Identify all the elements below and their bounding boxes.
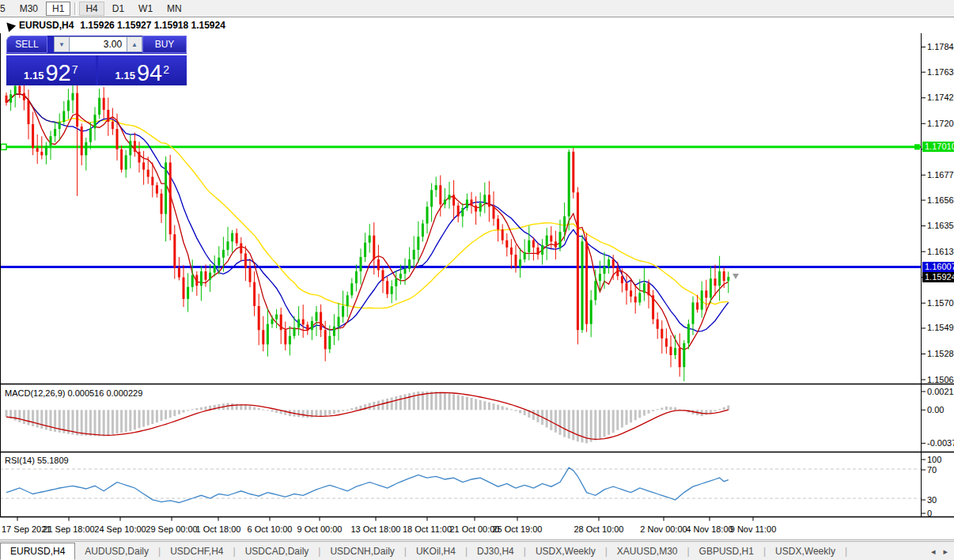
tab-separator: | — [318, 546, 320, 557]
tab-separator: | — [605, 546, 608, 557]
time-axis-label: 4 Nov 18:00 — [686, 524, 733, 534]
volume-input[interactable]: 3.00 — [70, 36, 127, 52]
buy-button[interactable]: BUY — [142, 36, 187, 53]
price-label-blue: 1.16007 — [922, 262, 954, 272]
chart-title-row: EURUSD,H4 1.15926 1.15927 1.15918 1.1592… — [0, 19, 225, 32]
time-axis-label: 9 Oct 00:00 — [297, 524, 343, 534]
rsi-tick-label: 30 — [927, 495, 937, 505]
chart-tab-gbpusd-h1[interactable]: GBPUSD,H1 — [691, 544, 762, 558]
buy-price-display[interactable]: 1.15942 — [98, 55, 187, 85]
rsi-tick-label: 70 — [927, 465, 937, 475]
tab-separator: | — [687, 546, 689, 557]
rsi-indicator-label: RSI(14) 55.1809 — [5, 456, 69, 465]
buy-price-prefix: 1.15 — [115, 70, 135, 81]
sell-price-main: 92 — [45, 62, 70, 83]
rsi-line — [6, 467, 729, 502]
sell-button[interactable]: SELL — [6, 36, 47, 53]
macd-indicator-label: MACD(12,26,9) 0.000516 0.000229 — [5, 388, 142, 398]
macd-tick-label: 0.00 — [927, 405, 944, 415]
chart-tab-usdcnh-daily[interactable]: USDCNH,Daily — [322, 544, 402, 558]
price-tick-label: 1.15705 — [927, 298, 954, 308]
sell-price-prefix: 1.15 — [24, 70, 44, 81]
tab-separator: | — [465, 546, 468, 557]
sell-price-display[interactable]: 1.15927 — [6, 55, 96, 85]
time-axis-label: 2 Nov 00:00 — [640, 524, 687, 534]
price-tick-label: 1.17420 — [927, 93, 954, 103]
ma-mid-line — [6, 94, 729, 331]
price-tick-label: 1.17635 — [927, 67, 954, 78]
chart-arrow-icon[interactable] — [3, 19, 16, 32]
price-tick-label: 1.16565 — [927, 195, 954, 206]
price-tick-label: 1.16135 — [927, 247, 954, 257]
ma-slow-line — [6, 94, 729, 308]
tab-separator: | — [233, 546, 236, 557]
one-click-trade-panel: SELL ▼ 3.00 ▲ BUY 1.15927 1.15942 — [6, 36, 187, 85]
time-axis-label: 25 Oct 19:00 — [493, 524, 543, 534]
panel-borders — [0, 33, 954, 540]
buy-price-pip: 2 — [163, 63, 169, 76]
chart-tab-usdx-weekly[interactable]: USDX,Weekly — [767, 544, 843, 558]
price-tick-label: 1.17845 — [927, 42, 954, 52]
buy-price-main: 94 — [137, 62, 162, 83]
macd-layer — [6, 392, 730, 443]
tab-separator: | — [845, 546, 847, 557]
chart-tab-ukoil-h4[interactable]: UKOil,H4 — [408, 544, 464, 558]
time-axis-label: 9 Nov 11:00 — [730, 524, 777, 534]
macd-tick-label: -0.00379 — [927, 438, 954, 448]
hline-handle-left[interactable] — [1, 144, 6, 149]
macd-signal-line — [6, 392, 729, 439]
price-tick-label: 1.17205 — [927, 119, 954, 129]
chart-tab-usdchf-h4[interactable]: USDCHF,H4 — [162, 544, 231, 558]
tabs-scroll-left-icon[interactable]: ◂ — [931, 547, 936, 557]
chart-symbol-title: EURUSD,H4 — [19, 20, 74, 31]
chart-tab-usdx-weekly[interactable]: USDX,Weekly — [528, 544, 604, 558]
volume-stepper: ▼ 3.00 ▲ — [54, 36, 142, 52]
chart-tab-audusd-daily[interactable]: AUDUSD,Daily — [77, 544, 157, 558]
chart-tab-dj30-h4[interactable]: DJ30,H4 — [469, 544, 522, 558]
chart-quote-values: 1.15926 1.15927 1.15918 1.15924 — [80, 20, 225, 31]
tab-separator: | — [158, 546, 161, 557]
chart-tabs-bar: EURUSD,H4AUDUSD,Daily|USDCHF,H4|USDCAD,D… — [0, 541, 954, 560]
chart-tab-xauusd-m30[interactable]: XAUUSD,M30 — [609, 544, 686, 558]
chart-tab-eurusd-h4[interactable]: EURUSD,H4 — [0, 543, 75, 560]
price-tick-label: 1.15065 — [927, 375, 954, 385]
time-axis-label: 24 Sep 10:00 — [94, 524, 146, 534]
price-label-black: 1.15924 — [922, 272, 954, 282]
tab-separator: | — [763, 546, 766, 557]
ma-fast-line — [6, 94, 729, 350]
chart-tab-usdcad-daily[interactable]: USDCAD,Daily — [237, 544, 317, 558]
candles-layer — [6, 78, 730, 381]
rsi-tick-label: 0 — [927, 509, 932, 519]
decrease-volume-icon[interactable]: ▼ — [54, 36, 70, 52]
rsi-layer — [0, 467, 921, 502]
last-price-arrow-icon — [733, 274, 739, 279]
time-axis-label: 21 Sep 18:00 — [43, 524, 94, 534]
price-tick-label: 1.15495 — [927, 323, 954, 333]
tab-separator: | — [524, 546, 526, 557]
time-axis-label: 28 Oct 10:00 — [574, 524, 624, 534]
price-label-green: 1.17010 — [922, 142, 954, 152]
time-axis-label: 13 Oct 18:00 — [351, 524, 401, 534]
time-axis-label: 18 Oct 11:00 — [403, 524, 452, 534]
time-axis-label: 1 Oct 18:00 — [196, 524, 241, 534]
price-tick-label: 1.16775 — [927, 170, 954, 180]
time-axis-label: 6 Oct 10:00 — [248, 524, 293, 534]
sell-price-pip: 7 — [72, 63, 78, 76]
tab-separator: | — [404, 546, 407, 557]
hline-handle-right[interactable] — [914, 144, 920, 149]
increase-volume-icon[interactable]: ▲ — [127, 36, 142, 52]
price-tick-label: 1.16350 — [927, 221, 954, 231]
price-tick-label: 1.15280 — [927, 349, 954, 359]
metatrader-window: 5 M30 H1 H4 D1 W1 MN EURUSD,H4 1.15926 1… — [0, 0, 954, 560]
rsi-tick-label: 100 — [927, 455, 941, 465]
horizontal-lines-layer[interactable] — [0, 144, 921, 267]
time-axis-label: 29 Sep 00:00 — [146, 524, 197, 534]
macd-tick-label: 0.0021 — [927, 387, 954, 397]
tabs-scroll-right-icon[interactable]: ▸ — [943, 547, 948, 557]
